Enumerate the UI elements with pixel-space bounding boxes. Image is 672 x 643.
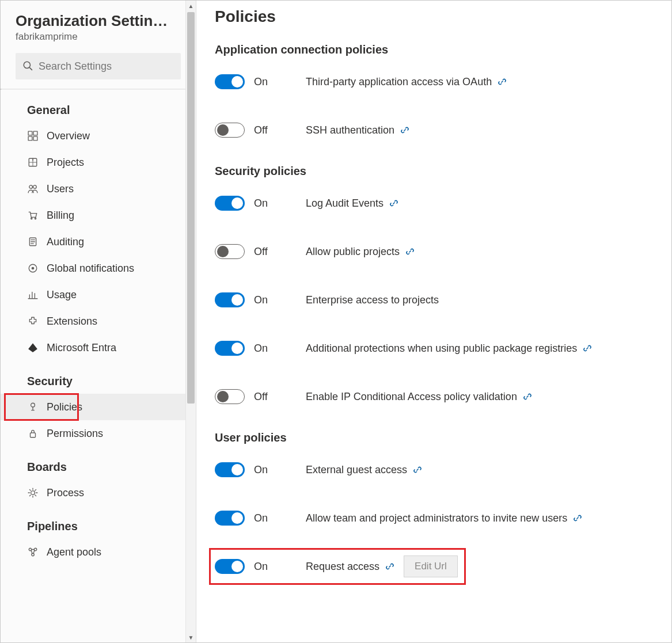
toggle-public-pkg-protect[interactable] xyxy=(215,341,245,356)
policy-row-ip-conditional: OffEnable IP Conditional Access policy v… xyxy=(215,383,660,410)
svg-rect-5 xyxy=(33,136,37,140)
svg-point-0 xyxy=(24,62,30,68)
nav-group-pipelines: Pipelines xyxy=(1,506,196,539)
link-icon[interactable] xyxy=(389,199,398,208)
sidebar-item-usage[interactable]: Usage xyxy=(1,281,196,308)
sidebar-item-permissions[interactable]: Permissions xyxy=(1,420,196,447)
policy-label: Third-party application access via OAuth xyxy=(306,76,507,88)
scroll-up-arrow[interactable]: ▲ xyxy=(186,1,196,11)
policy-label: Log Audit Events xyxy=(306,197,398,210)
svg-point-10 xyxy=(35,218,36,219)
policy-label: External guest access xyxy=(306,464,422,476)
svg-rect-22 xyxy=(31,433,36,437)
policy-icon xyxy=(27,401,39,413)
agent-pools-icon xyxy=(27,546,39,558)
toggle-request-access[interactable] xyxy=(215,559,245,574)
sidebar-item-process[interactable]: Process xyxy=(1,480,196,506)
policy-label: Additional protections when using public… xyxy=(306,343,592,355)
policy-row-ssh-auth: OffSSH authentication xyxy=(215,116,660,144)
policy-row-enterprise-access: OnEnterprise access to projects xyxy=(215,286,660,314)
sidebar-item-label: Billing xyxy=(47,210,74,222)
toggle-state: On xyxy=(254,561,294,573)
scroll-thumb[interactable] xyxy=(187,12,195,404)
sidebar: Organization Settin… fabrikamprime xyxy=(1,1,196,642)
toggle-state: On xyxy=(254,76,294,88)
scroll-down-arrow[interactable]: ▼ xyxy=(186,632,196,642)
link-icon[interactable] xyxy=(405,247,415,256)
svg-rect-2 xyxy=(28,131,32,135)
sidebar-item-label: Policies xyxy=(47,401,82,413)
entra-icon xyxy=(27,342,39,353)
sidebar-title: Organization Settin… xyxy=(16,12,181,30)
svg-point-9 xyxy=(31,218,32,219)
search-input[interactable] xyxy=(39,60,174,73)
sidebar-item-label: Users xyxy=(47,183,74,195)
sidebar-item-label: Overview xyxy=(47,130,90,142)
toggle-public-projects[interactable] xyxy=(215,244,245,259)
notification-icon xyxy=(27,262,39,274)
link-icon[interactable] xyxy=(400,125,409,135)
search-icon xyxy=(22,60,33,73)
users-icon xyxy=(27,183,39,195)
link-icon[interactable] xyxy=(583,344,592,353)
edit-url-button[interactable]: Edit Url xyxy=(404,556,458,577)
toggle-enterprise-access[interactable] xyxy=(215,292,245,307)
sidebar-item-label: Global notifications xyxy=(47,262,134,275)
sidebar-item-projects[interactable]: Projects xyxy=(1,149,196,176)
link-icon[interactable] xyxy=(385,562,394,571)
link-icon[interactable] xyxy=(498,77,507,86)
auditing-icon xyxy=(27,236,39,248)
link-icon[interactable] xyxy=(573,513,582,523)
toggle-state: On xyxy=(254,512,294,524)
toggle-state: On xyxy=(254,197,294,210)
sidebar-item-extensions[interactable]: Extensions xyxy=(1,308,196,334)
svg-line-1 xyxy=(29,67,32,70)
policy-row-external-guest: OnExternal guest access xyxy=(215,456,660,484)
sidebar-item-label: Agent pools xyxy=(47,546,101,558)
link-icon[interactable] xyxy=(523,392,532,401)
svg-point-21 xyxy=(31,403,35,407)
sidebar-item-auditing[interactable]: Auditing xyxy=(1,229,196,255)
sidebar-scrollbar[interactable]: ▲ ▼ xyxy=(185,1,196,642)
toggle-external-guest[interactable] xyxy=(215,462,245,477)
policy-row-admin-invite: OnAllow team and project administrators … xyxy=(215,504,660,532)
svg-rect-4 xyxy=(28,136,32,140)
svg-point-8 xyxy=(33,185,37,189)
toggle-state: On xyxy=(254,464,294,476)
sidebar-item-label: Microsoft Entra xyxy=(47,342,116,354)
policy-label: Allow team and project administrators to… xyxy=(306,512,582,524)
policy-row-public-projects: OffAllow public projects xyxy=(215,238,660,265)
policy-row-oauth-access: OnThird-party application access via OAu… xyxy=(215,68,660,96)
section-title: Application connection policies xyxy=(215,43,660,56)
policy-label: Allow public projects xyxy=(306,246,415,258)
policy-label: SSH authentication xyxy=(306,124,409,136)
policy-label: Enable IP Conditional Access policy vali… xyxy=(306,391,532,403)
search-settings-box[interactable] xyxy=(16,53,181,79)
policy-label: Enterprise access to projects xyxy=(306,294,439,306)
sidebar-item-overview[interactable]: Overview xyxy=(1,123,196,149)
toggle-admin-invite[interactable] xyxy=(215,511,245,526)
nav-group-boards: Boards xyxy=(1,447,196,480)
section-title: User policies xyxy=(215,431,660,444)
extension-icon xyxy=(27,315,39,327)
toggle-log-audit[interactable] xyxy=(215,196,245,211)
lock-icon xyxy=(27,428,39,439)
sidebar-item-label: Extensions xyxy=(47,315,97,328)
sidebar-item-global-notifications[interactable]: Global notifications xyxy=(1,255,196,281)
projects-icon xyxy=(27,157,39,168)
sidebar-item-microsoft-entra[interactable]: Microsoft Entra xyxy=(1,334,196,361)
sidebar-item-agent-pools[interactable]: Agent pools xyxy=(1,539,196,565)
svg-point-23 xyxy=(31,491,35,495)
sidebar-item-billing[interactable]: Billing xyxy=(1,202,196,229)
svg-point-26 xyxy=(32,553,35,556)
sidebar-item-users[interactable]: Users xyxy=(1,176,196,202)
toggle-ssh-auth[interactable] xyxy=(215,123,245,138)
cart-icon xyxy=(27,210,39,221)
toggle-oauth-access[interactable] xyxy=(215,74,245,89)
sidebar-item-label: Process xyxy=(47,487,84,499)
toggle-state: Off xyxy=(254,391,294,403)
process-icon xyxy=(27,487,39,499)
link-icon[interactable] xyxy=(413,465,422,474)
sidebar-item-policies[interactable]: Policies xyxy=(1,394,196,420)
toggle-ip-conditional[interactable] xyxy=(215,389,245,404)
